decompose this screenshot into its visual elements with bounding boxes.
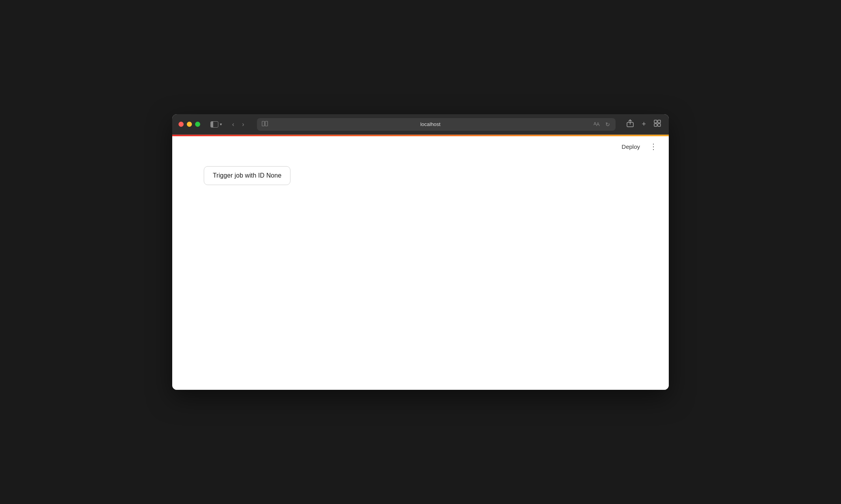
- svg-rect-8: [658, 124, 661, 126]
- new-tab-button[interactable]: +: [640, 119, 647, 130]
- browser-window: ▾ ‹ › localhost A A: [172, 114, 669, 390]
- translate-button[interactable]: A A: [593, 120, 601, 128]
- address-bar[interactable]: localhost A A ↻: [257, 118, 616, 131]
- browser-titlebar: ▾ ‹ › localhost A A: [172, 114, 669, 135]
- svg-rect-7: [654, 124, 657, 126]
- nav-buttons: ‹ ›: [229, 120, 247, 129]
- reload-button[interactable]: ↻: [605, 120, 611, 128]
- svg-text:A: A: [596, 121, 600, 126]
- sidebar-toggle-icon: [210, 121, 218, 128]
- address-bar-icon: [262, 121, 268, 128]
- svg-rect-1: [265, 121, 268, 126]
- svg-rect-0: [262, 121, 264, 126]
- back-button[interactable]: ‹: [229, 120, 237, 129]
- trigger-job-button[interactable]: Trigger job with ID None: [204, 166, 290, 185]
- tabs-button[interactable]: [652, 118, 662, 130]
- page-main: Trigger job with ID None: [172, 158, 669, 193]
- page-toolbar: Deploy ⋮: [172, 135, 669, 158]
- forward-button[interactable]: ›: [239, 120, 247, 129]
- deploy-button[interactable]: Deploy: [618, 142, 643, 152]
- sidebar-toggle-button[interactable]: ▾: [208, 120, 224, 129]
- address-text: localhost: [271, 121, 590, 127]
- top-bar-accent: [172, 135, 669, 136]
- traffic-light-close[interactable]: [179, 122, 184, 127]
- browser-content: Deploy ⋮ Trigger job with ID None: [172, 135, 669, 390]
- chevron-down-icon: ▾: [220, 122, 222, 126]
- traffic-lights: [179, 122, 200, 127]
- share-button[interactable]: [625, 118, 635, 131]
- titlebar-right: +: [625, 118, 662, 131]
- traffic-light-minimize[interactable]: [187, 122, 192, 127]
- traffic-light-maximize[interactable]: [195, 122, 200, 127]
- more-options-button[interactable]: ⋮: [648, 141, 659, 152]
- address-bar-actions: A A ↻: [593, 120, 611, 128]
- svg-rect-5: [654, 120, 657, 123]
- svg-rect-6: [658, 120, 661, 123]
